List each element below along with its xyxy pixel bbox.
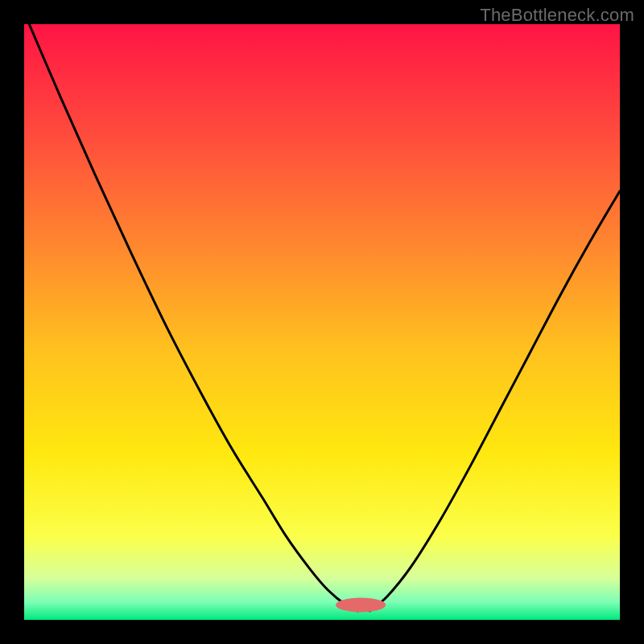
outer-frame: TheBottleneck.com <box>0 0 644 644</box>
plot-area <box>24 24 620 620</box>
chart-svg <box>24 24 620 620</box>
credit-label: TheBottleneck.com <box>480 5 634 26</box>
min-marker <box>336 598 386 613</box>
gradient-rect <box>24 24 620 620</box>
